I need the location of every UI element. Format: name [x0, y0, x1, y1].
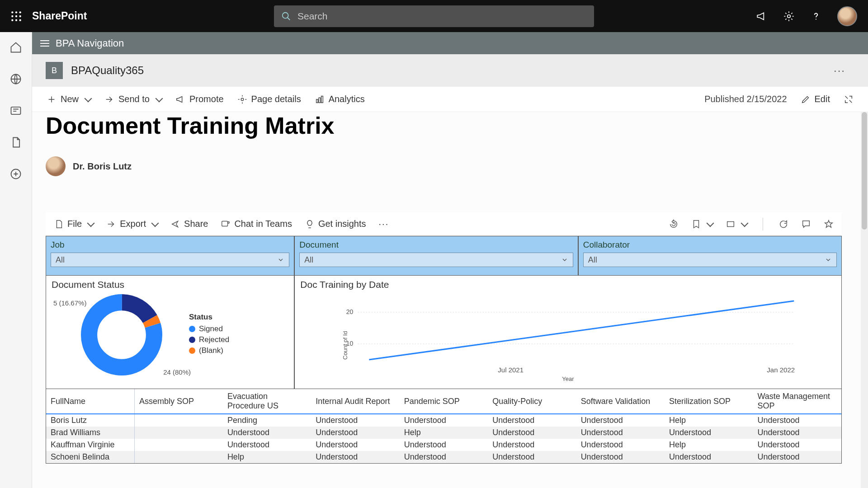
search-input[interactable]	[297, 11, 587, 22]
page-title: Document Training Matrix	[46, 112, 860, 139]
chevron-down-icon	[277, 256, 284, 263]
callout-signed: 24 (80%)	[163, 368, 191, 376]
svg-point-5	[19, 15, 21, 17]
expand-button[interactable]	[844, 94, 854, 104]
filter-document-dropdown[interactable]: All	[299, 253, 573, 267]
svg-rect-14	[11, 107, 21, 114]
chart-document-status: Document Status 5 (16.67%) 24 (80%)	[46, 276, 294, 389]
site-actions[interactable]: ···	[834, 64, 845, 77]
reset-icon[interactable]	[669, 219, 679, 229]
rail-globe[interactable]	[9, 73, 22, 87]
svg-rect-22	[727, 221, 734, 226]
svg-point-16	[241, 98, 244, 101]
search-icon	[281, 11, 291, 21]
view-menu[interactable]	[726, 219, 747, 229]
col-header[interactable]: Quality-Policy	[488, 389, 576, 414]
col-header[interactable]: Pandemic SOP	[400, 389, 488, 414]
chevron-down-icon	[825, 256, 832, 263]
col-header[interactable]: Waste Management SOP	[753, 389, 842, 414]
brand-label[interactable]: SharePoint	[32, 10, 87, 22]
filter-document: Document All	[294, 236, 578, 276]
svg-point-21	[228, 221, 230, 223]
svg-point-2	[19, 11, 21, 13]
legend-signed[interactable]: Signed	[189, 324, 229, 333]
insights-button[interactable]: Get insights	[305, 219, 366, 229]
help-icon[interactable]	[810, 10, 822, 22]
app-launcher[interactable]	[0, 10, 32, 22]
promote-button[interactable]: Promote	[175, 94, 224, 104]
table-row[interactable]: Boris LutzPendingUnderstoodUnderstoodUnd…	[46, 414, 841, 427]
svg-point-6	[11, 19, 13, 21]
rail-create[interactable]	[9, 168, 22, 182]
rail-file[interactable]	[9, 136, 22, 150]
col-header[interactable]: Sterilization SOP	[665, 389, 753, 414]
svg-point-9	[283, 12, 288, 18]
vertical-scrollbar[interactable]	[861, 112, 868, 488]
edit-button[interactable]: Edit	[801, 94, 830, 104]
bpa-nav-bar: BPA Navigation	[32, 32, 868, 54]
file-menu[interactable]: File	[54, 219, 94, 229]
report-more[interactable]: ···	[379, 219, 389, 229]
svg-text:10: 10	[346, 340, 354, 347]
donut-chart	[79, 292, 165, 378]
svg-point-3	[11, 15, 13, 17]
chevron-down-icon	[561, 256, 568, 263]
svg-point-8	[19, 19, 21, 21]
rail-news[interactable]	[9, 104, 22, 119]
export-menu[interactable]: Export	[106, 219, 158, 229]
svg-text:20: 20	[346, 308, 354, 315]
svg-text:Jul 2021: Jul 2021	[498, 366, 524, 374]
svg-rect-20	[222, 221, 228, 226]
svg-point-4	[15, 15, 17, 17]
svg-text:Jan 2022: Jan 2022	[767, 366, 795, 374]
col-header[interactable]: Internal Audit Report	[311, 389, 399, 414]
refresh-icon[interactable]	[778, 219, 788, 229]
hamburger-icon[interactable]	[40, 40, 49, 47]
bpa-nav-label[interactable]: BPA Navigation	[56, 38, 124, 49]
sendto-button[interactable]: Send to	[104, 94, 162, 104]
published-date: Published 2/15/2022	[704, 94, 787, 104]
filter-collaborator-dropdown[interactable]: All	[583, 253, 837, 267]
filter-collaborator: Collaborator All	[578, 236, 842, 276]
svg-rect-19	[321, 96, 323, 103]
filter-job-dropdown[interactable]: All	[51, 253, 289, 267]
share-button[interactable]: Share	[170, 219, 208, 229]
svg-line-10	[288, 17, 290, 20]
gear-icon[interactable]	[783, 10, 795, 22]
user-avatar[interactable]	[837, 6, 857, 26]
svg-rect-18	[319, 98, 321, 103]
chart-doc-training-date: Doc Training by Date Count of Id 20 10 J…	[294, 276, 842, 389]
comment-icon[interactable]	[801, 219, 811, 229]
col-header[interactable]: Evacuation Procedure US	[223, 389, 311, 414]
site-icon[interactable]: B	[46, 62, 63, 79]
table-row[interactable]: Brad WilliamsUnderstoodUnderstoodHelpUnd…	[46, 427, 841, 439]
svg-point-1	[15, 11, 17, 13]
chat-teams-button[interactable]: Chat in Teams	[221, 219, 292, 229]
svg-text:Year: Year	[562, 375, 575, 382]
svg-point-7	[15, 19, 17, 21]
rail-home[interactable]	[9, 41, 22, 56]
author-name[interactable]: Dr. Boris Lutz	[73, 161, 132, 172]
site-name[interactable]: BPAQuality365	[71, 64, 144, 77]
col-header[interactable]: FullName	[46, 389, 134, 414]
search-box[interactable]	[274, 5, 594, 27]
table-row[interactable]: Kauffman VirginieUnderstoodUnderstoodUnd…	[46, 439, 841, 451]
callout-rejected: 5 (16.67%)	[53, 299, 86, 307]
col-header[interactable]: Assembly SOP	[134, 389, 222, 414]
filter-job: Job All	[46, 236, 294, 276]
new-button[interactable]: New	[47, 94, 91, 104]
legend-rejected[interactable]: Rejected	[189, 335, 229, 344]
svg-point-0	[11, 11, 13, 13]
svg-point-11	[788, 14, 791, 18]
table-row[interactable]: Schoeni BelindaHelpUnderstoodUnderstoodU…	[46, 451, 841, 463]
author-avatar[interactable]	[46, 156, 66, 176]
analytics-button[interactable]: Analytics	[315, 94, 365, 104]
legend-blank[interactable]: (Blank)	[189, 346, 229, 355]
pagedetails-button[interactable]: Page details	[237, 94, 301, 104]
bookmark-menu[interactable]	[691, 219, 713, 229]
favorite-icon[interactable]	[824, 219, 834, 229]
training-matrix-table: FullNameAssembly SOPEvacuation Procedure…	[46, 389, 842, 464]
col-header[interactable]: Software Validation	[576, 389, 665, 414]
megaphone-icon[interactable]	[756, 10, 768, 22]
line-chart: Count of Id 20 10 Jul 2021 Jan 2022 Year	[300, 292, 836, 382]
